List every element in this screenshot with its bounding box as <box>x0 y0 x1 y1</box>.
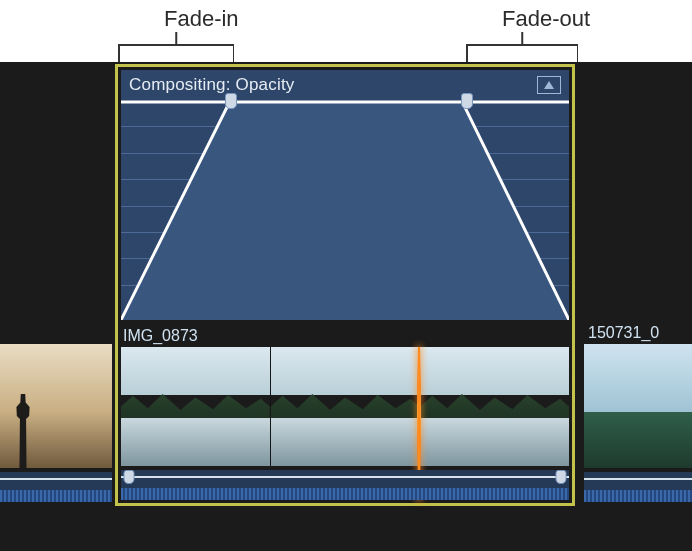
clip-name: IMG_0873 <box>123 325 198 347</box>
frame <box>419 347 569 466</box>
fade-in-handle[interactable] <box>225 93 237 109</box>
animation-graph[interactable] <box>121 100 569 320</box>
audio-track-left[interactable] <box>0 472 112 502</box>
audio-fade-in-handle[interactable] <box>124 470 135 484</box>
audio-track[interactable] <box>121 470 569 500</box>
svg-marker-0 <box>544 81 554 89</box>
clip-neighbour-right[interactable]: 150731_0 <box>584 322 692 502</box>
audio-track-right[interactable] <box>584 472 692 502</box>
animation-title: Compositing: Opacity <box>129 75 295 95</box>
timeline[interactable]: 150731_0 Compositing: Opacity <box>0 62 692 551</box>
audio-waveform <box>121 488 569 500</box>
frame <box>270 347 420 466</box>
animation-header: Compositing: Opacity <box>121 70 569 100</box>
bracket-fade-in <box>118 44 234 62</box>
label-fade-out: Fade-out <box>502 6 590 32</box>
svg-marker-1 <box>121 102 569 320</box>
video-animation-panel[interactable]: Compositing: Opacity <box>121 70 569 320</box>
bracket-fade-out <box>466 44 578 62</box>
filmstrip[interactable] <box>121 347 569 466</box>
label-fade-in: Fade-in <box>164 6 239 32</box>
clip-neighbour-left[interactable] <box>0 322 112 502</box>
filmstrip-left <box>0 344 112 468</box>
clip-name-right: 150731_0 <box>588 322 659 344</box>
frame <box>121 347 270 466</box>
clip-selected[interactable]: Compositing: Opacity <box>115 64 575 506</box>
animation-menu-icon[interactable] <box>537 76 561 94</box>
audio-fade-out-handle[interactable] <box>556 470 567 484</box>
fade-out-handle[interactable] <box>461 93 473 109</box>
filmstrip-right <box>584 344 692 468</box>
